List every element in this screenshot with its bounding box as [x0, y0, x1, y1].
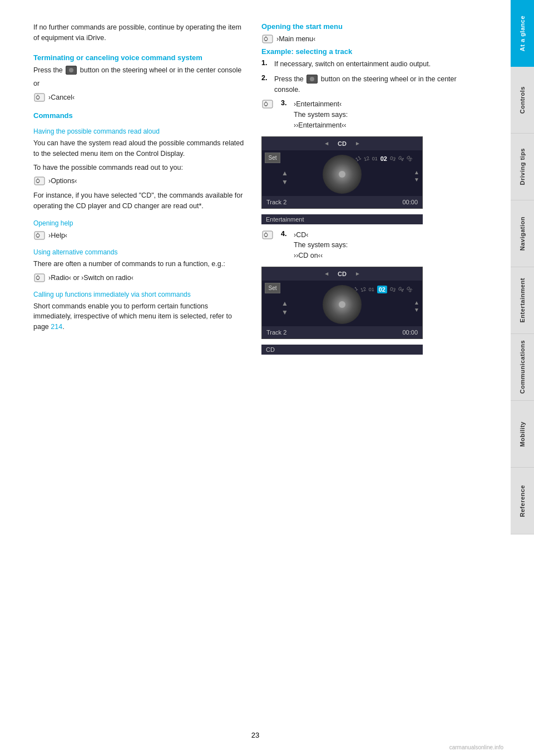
calling-up-body: Short commands enable you to perform cer…: [33, 301, 245, 332]
voice-icon-help: [33, 230, 46, 240]
using-alternative-title: Using alternative commands: [33, 248, 245, 256]
cd-right-up-2: ▲: [414, 300, 419, 306]
cd-disc-inner-1: [339, 171, 345, 178]
commands-title: Commands: [33, 111, 245, 120]
cd-arrow-left-1: ◄: [324, 140, 329, 146]
step-1: 1. If necessary, switch on entertainment…: [261, 59, 473, 70]
intro-text: If no further commands are possible, con…: [33, 22, 245, 43]
radio-command-line: ›Radio‹ or ›Switch on radio‹: [33, 273, 245, 283]
tab-mobility-label: Mobility: [519, 421, 526, 447]
step-4: 4. ›CD‹ The system says: ››CD on‹‹: [261, 230, 473, 261]
cd-label-2: CD: [338, 271, 347, 277]
radio-command-text: ›Radio‹ or ›Switch on radio‹: [48, 274, 134, 282]
page-ref-link[interactable]: 214: [51, 323, 62, 331]
right-column: Opening the start menu ›Main menu‹: [261, 22, 473, 734]
cd-bottom-label-1: Entertainment: [261, 214, 423, 224]
tab-communications[interactable]: Communications: [511, 334, 534, 401]
step-4-num: 4.: [281, 230, 289, 238]
terminating-body: Press the button on the steering wheel o…: [33, 65, 245, 76]
example-section: Example: selecting a track 1. If necessa…: [261, 47, 473, 355]
cd-down-arrow-2: ▼: [281, 308, 288, 316]
cd-arrow-left-2: ◄: [324, 271, 329, 277]
cd-display-2: ◄ CD ► Set 11 12 01 02 03 04 05: [261, 267, 423, 339]
cd-disc-area-1: 11 12 01 02 03 04 05 ▲: [262, 153, 422, 196]
intro-section: If no further commands are possible, con…: [33, 22, 245, 43]
tab-navigation-label: Navigation: [519, 217, 526, 251]
having-commands-body2: To have the possible commands read out t…: [33, 163, 245, 173]
tab-entertainment-label: Entertainment: [519, 278, 526, 322]
main-content: If no further commands are possible, con…: [0, 0, 511, 756]
opening-menu-section: Opening the start menu ›Main menu‹: [261, 22, 473, 44]
steering-button-icon: [66, 66, 77, 75]
tab-controls-label: Controls: [519, 86, 526, 114]
step-2: 2. Press the button on the steering whee…: [261, 74, 473, 95]
cd-label-1: CD: [338, 140, 347, 147]
tab-navigation[interactable]: Navigation: [511, 200, 534, 267]
tab-driving-tips[interactable]: Driving tips: [511, 134, 534, 200]
voice-icon-step3: [261, 99, 274, 109]
watermark: carmanualsonline.info: [449, 744, 503, 750]
cd-right-down-2: ▼: [414, 307, 419, 313]
cd-disc-area-2: 11 12 01 02 03 04 05 ▲: [262, 283, 422, 326]
cd-up-arrow-1: ▲: [281, 169, 288, 177]
left-column: If no further commands are possible, con…: [33, 22, 245, 734]
cd-disc-2: [323, 285, 362, 324]
voice-icon-radio: [33, 273, 46, 283]
cd-down-arrow-1: ▼: [281, 178, 288, 186]
main-menu-command-text: ›Main menu‹: [276, 35, 315, 43]
calling-up-section: Calling up functions immediately via sho…: [33, 291, 245, 332]
cd-disc-1: [323, 155, 362, 194]
terminating-title: Terminating or canceling voice command s…: [33, 53, 245, 62]
voice-icon-step4: [261, 230, 274, 240]
having-commands-note: For instance, if you have selected "CD",…: [33, 190, 245, 212]
tab-entertainment[interactable]: Entertainment: [511, 267, 534, 334]
tab-controls[interactable]: Controls: [511, 67, 534, 134]
voice-icon-cancel: [33, 92, 46, 102]
having-commands-title: Having the possible commands read aloud: [33, 127, 245, 135]
cd-top-bar-1: ◄ CD ►: [262, 137, 422, 150]
cd-track-label-2: Track 2: [266, 329, 286, 336]
step-1-num: 1.: [261, 59, 270, 67]
using-alternative-body: There are often a number of commands to …: [33, 259, 245, 269]
opening-help-section: Opening help ›Help‹: [33, 219, 245, 240]
tab-driving-tips-label: Driving tips: [519, 148, 526, 185]
cd-display-1: ◄ CD ► Set 11 12 01 02 03 04: [261, 136, 423, 209]
cd-bottom-label-2: CD: [261, 345, 423, 355]
cd-arrow-right-2: ►: [355, 271, 360, 277]
tab-bar: At a glance Controls Driving tips Naviga…: [511, 0, 534, 756]
cd-arrow-right-1: ►: [355, 140, 360, 146]
cd-track-label-1: Track 2: [266, 199, 286, 205]
cd-right-arrows-2: ▲ ▼: [414, 300, 419, 313]
step-4-content: ›CD‹ The system says: ››CD on‹‹: [294, 230, 348, 261]
cd-top-bar-2: ◄ CD ►: [262, 267, 422, 281]
cd-time-1: 00:00: [402, 199, 418, 205]
cd-up-arrow-2: ▲: [281, 300, 288, 307]
step-3: 3. ›Entertainment‹ The system says: ››En…: [261, 99, 473, 130]
example-title: Example: selecting a track: [261, 47, 473, 56]
terminating-or: or: [33, 78, 245, 89]
tab-mobility[interactable]: Mobility: [511, 401, 534, 468]
cd-right-up-1: ▲: [414, 169, 419, 175]
opening-help-title: Opening help: [33, 219, 245, 227]
cd-disc-inner-2: [339, 301, 345, 308]
calling-up-title: Calling up functions immediately via sho…: [33, 291, 245, 298]
help-command-line: ›Help‹: [33, 230, 245, 240]
options-command-text: ›Options‹: [48, 177, 77, 185]
cd-nav-arrows-1: ▲ ▼: [281, 169, 288, 183]
cd-bottom-bar-2: Track 2 00:00: [262, 326, 422, 338]
cd-time-2: 00:00: [402, 329, 418, 336]
cd-right-down-1: ▼: [414, 176, 419, 183]
page-number: 23: [251, 731, 259, 739]
tab-communications-label: Communications: [519, 340, 526, 394]
step-3-content: ›Entertainment‹ The system says: ››Enter…: [294, 99, 348, 130]
cd-nav-arrows-2: ▲ ▼: [281, 300, 288, 313]
cancel-command-text: ›Cancel‹: [48, 94, 75, 101]
main-menu-command-line: ›Main menu‹: [261, 34, 473, 44]
step-2-content: Press the button on the steering wheel o…: [274, 74, 473, 95]
steering-button-icon-2: [306, 75, 318, 84]
tab-reference[interactable]: Reference: [511, 468, 534, 534]
voice-icon-options: [33, 176, 46, 186]
tab-at-a-glance[interactable]: At a glance: [511, 0, 534, 67]
step-3-num: 3.: [281, 99, 289, 107]
page-container: If no further commands are possible, con…: [0, 0, 534, 756]
